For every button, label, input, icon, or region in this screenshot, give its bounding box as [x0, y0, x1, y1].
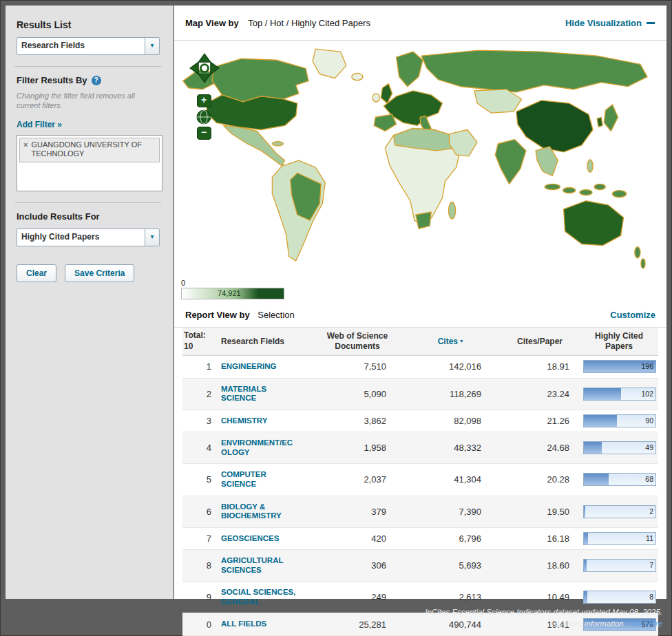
docs-cell: 2,037: [313, 474, 401, 485]
hide-visualization-link[interactable]: Hide Visualization: [565, 18, 655, 28]
rank-cell: 3: [182, 416, 218, 426]
filter-tag-label: GUANGDONG UNIVERSITY OF TECHNOLOGY: [31, 140, 156, 160]
sidebar: Results List Research Fields ▾ Filter Re…: [6, 6, 174, 599]
hide-visualization-label: Hide Visualization: [565, 18, 642, 28]
research-field-link[interactable]: GEOSCIENCES: [221, 531, 279, 547]
rank-cell: 7: [182, 533, 218, 544]
sidebar-divider: [15, 202, 161, 203]
total-header: Total: 10: [182, 330, 218, 352]
hcp-bar-fill: [584, 474, 609, 485]
filter-note: Changing the filter field removes all cu…: [17, 91, 147, 111]
map-view-header: Map View by Top / Hot / Highly Cited Pap…: [174, 6, 666, 41]
include-results-dropdown-value: Highly Cited Papers: [17, 229, 145, 246]
cites-per-paper-cell: 18.91: [499, 361, 580, 372]
zoom-in-icon[interactable]: +: [197, 94, 211, 107]
world-map[interactable]: + − 0 74,921: [174, 41, 666, 302]
research-field-link[interactable]: ENVIRONMENT/ECOLOGY: [221, 435, 297, 460]
legend-min-label: 0: [181, 279, 284, 287]
chevron-down-icon[interactable]: ▾: [145, 229, 159, 246]
cites-cell: 5,693: [401, 560, 499, 571]
clear-button[interactable]: Clear: [17, 264, 56, 282]
footer-info-line: For more information Click Here: [0, 618, 662, 630]
hcp-value: 196: [641, 362, 653, 370]
footer: InCites Essential Science Indicators dat…: [0, 599, 672, 636]
cites-cell: 82,098: [401, 416, 499, 426]
report-view-title: Report View by: [185, 310, 250, 320]
research-field-link[interactable]: COMPUTER SCIENCE: [221, 467, 297, 492]
hcp-bar: 7: [583, 559, 656, 572]
cites-cell: 118,269: [401, 389, 499, 399]
cites-per-paper-cell: 23.24: [499, 389, 580, 399]
cites-cell: 142,016: [401, 361, 499, 372]
filter-tag[interactable]: × GUANGDONG UNIVERSITY OF TECHNOLOGY: [19, 138, 160, 163]
customize-link[interactable]: Customize: [610, 310, 655, 320]
main-panel: Map View by Top / Hot / Highly Cited Pap…: [174, 6, 666, 599]
hcp-bar-fill: [584, 415, 617, 427]
click-here-link[interactable]: Click Here: [626, 619, 662, 628]
column-docs[interactable]: Web of Science Documents: [313, 331, 401, 352]
column-hcp[interactable]: Highly Cited Papers: [580, 331, 658, 352]
table-row: 2 MATERIALS SCIENCE 5,090 118,269 23.24 …: [182, 379, 658, 410]
results-list-title: Results List: [17, 19, 163, 30]
cites-cell: 41,304: [401, 474, 499, 485]
hcp-bar: 49: [583, 441, 656, 454]
add-filter-link[interactable]: Add Filter »: [17, 120, 62, 129]
report-table: Total: 10 Research Fields Web of Science…: [182, 328, 658, 636]
docs-cell: 306: [313, 560, 401, 571]
rank-cell: 1: [182, 361, 218, 372]
choropleth-map-svg[interactable]: [178, 46, 660, 271]
rank-cell: 5: [182, 474, 218, 485]
research-field-link[interactable]: AGRICULTURAL SCIENCES: [221, 553, 297, 578]
docs-cell: 1,958: [313, 443, 401, 453]
remove-filter-icon[interactable]: ×: [23, 140, 28, 149]
legend-gradient-bar: 74,921: [181, 288, 284, 299]
pan-arrows-icon[interactable]: [189, 53, 220, 83]
hcp-value: 68: [645, 475, 653, 483]
legend-max-label: 74,921: [218, 289, 241, 297]
zoom-out-icon[interactable]: −: [197, 127, 211, 140]
hcp-bar-fill: [584, 388, 621, 400]
hcp-value: 102: [641, 390, 653, 398]
table-row: 4 ENVIRONMENT/ECOLOGY 1,958 48,332 24.68…: [182, 432, 658, 464]
globe-icon[interactable]: [196, 109, 211, 125]
map-view-subtitle: Top / Hot / Highly Cited Papers: [248, 18, 370, 28]
help-icon[interactable]: ?: [92, 76, 101, 85]
hcp-bar: 196: [583, 360, 656, 373]
table-row: 1 ENGINEERING 7,510 142,016 18.91 196: [182, 356, 658, 379]
research-field-link[interactable]: CHEMISTRY: [221, 413, 267, 430]
research-field-link[interactable]: BIOLOGY & BIOCHEMISTRY: [221, 499, 297, 524]
column-cites[interactable]: Cites ▾: [401, 337, 499, 347]
column-research-fields[interactable]: Research Fields: [218, 334, 313, 349]
save-criteria-button[interactable]: Save Criteria: [65, 264, 134, 282]
report-table-body: 1 ENGINEERING 7,510 142,016 18.91 196 2 …: [182, 356, 658, 636]
sort-desc-icon[interactable]: ▾: [460, 338, 463, 344]
cites-cell: 7,390: [401, 507, 499, 517]
hcp-bar: 68: [583, 473, 656, 486]
hcp-bar-fill: [584, 442, 602, 454]
docs-cell: 5,090: [313, 389, 401, 399]
hcp-bar: 102: [583, 388, 656, 401]
docs-cell: 3,862: [313, 416, 401, 426]
cites-per-paper-cell: 20.28: [499, 474, 580, 485]
column-cites-label: Cites: [438, 337, 458, 346]
cites-per-paper-cell: 18.60: [499, 560, 580, 571]
rank-cell: 4: [182, 443, 218, 453]
table-header-row: Total: 10 Research Fields Web of Science…: [182, 328, 658, 356]
column-cites-per-paper[interactable]: Cites/Paper: [499, 337, 580, 347]
filter-list-box: × GUANGDONG UNIVERSITY OF TECHNOLOGY: [17, 135, 162, 191]
column-hcp-label: Highly Cited Papers: [585, 331, 653, 352]
hcp-bar-fill: [584, 560, 587, 571]
chevron-down-icon[interactable]: ▾: [145, 38, 159, 54]
hcp-bar: 90: [583, 414, 656, 427]
collapse-minus-icon[interactable]: [646, 18, 655, 28]
results-list-dropdown[interactable]: Research Fields ▾: [17, 37, 160, 55]
research-field-link[interactable]: MATERIALS SCIENCE: [221, 381, 297, 407]
table-row: 5 COMPUTER SCIENCE 2,037 41,304 20.28 68: [182, 464, 658, 496]
table-row: 7 GEOSCIENCES 420 6,796 16.18 11: [182, 528, 658, 551]
map-pan-control[interactable]: [189, 53, 220, 86]
cites-cell: 6,796: [401, 533, 499, 544]
include-results-dropdown[interactable]: Highly Cited Papers ▾: [17, 229, 160, 246]
rank-cell: 8: [182, 560, 218, 571]
research-field-link[interactable]: ENGINEERING: [221, 359, 277, 375]
total-value: 10: [184, 341, 211, 352]
